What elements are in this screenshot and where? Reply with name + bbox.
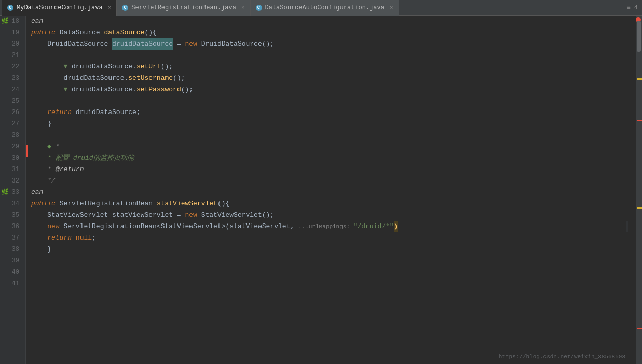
- code-line-23: druidDataSource.setUsername();: [31, 73, 636, 84]
- tab-label-3: DataSourceAutoConfiguration.java: [265, 4, 385, 11]
- tab-mydatasource[interactable]: C MyDataSourceConfig.java ×: [2, 0, 117, 16]
- line-num-32: 32: [0, 175, 22, 187]
- code-line-26: return druidDataSource;: [31, 107, 636, 118]
- code-line-38: }: [31, 244, 636, 255]
- tab-bar-right: ≡ 4: [626, 4, 642, 11]
- line-num-35: 35: [0, 209, 22, 221]
- code-line-31: * @return: [31, 164, 636, 175]
- line-num-20: 20: [0, 38, 22, 50]
- line-num-26: 26: [0, 107, 22, 118]
- tab-list: C MyDataSourceConfig.java × C ServletReg…: [2, 0, 626, 16]
- code-area: ean public DataSource dataSource(){ Drui…: [26, 16, 636, 364]
- code-line-39: [31, 255, 636, 267]
- code-line-22: ▼ druidDataSource.setUrl();: [31, 61, 636, 73]
- tab-label-1: MyDataSourceConfig.java: [17, 4, 103, 11]
- line-num-21: 21: [0, 50, 22, 61]
- tab-datasource-auto[interactable]: C DataSourceAutoConfiguration.java ×: [251, 0, 399, 16]
- scroll-thumb[interactable]: [637, 21, 641, 52]
- close-tab-3[interactable]: ×: [390, 5, 393, 11]
- code-line-30: * 配置 druid的监控页功能: [31, 152, 636, 164]
- line-numbers: 18 🌿 19 20 21 22 23 24 25 26 27 28 29 30…: [0, 16, 26, 364]
- close-tab-1[interactable]: ×: [108, 5, 112, 11]
- code-line-35: StatViewServlet statViewServlet = new St…: [31, 209, 636, 221]
- close-tab-2[interactable]: ×: [241, 5, 245, 11]
- scroll-marker-error-2: [637, 328, 642, 329]
- tab-servlet[interactable]: C ServletRegistrationBean.java ×: [117, 0, 250, 16]
- scroll-marker-yellow-1: [637, 78, 642, 80]
- tab-icon-1: C: [7, 5, 13, 11]
- tab-icon-3: C: [256, 5, 262, 11]
- line-num-30: 30: [0, 152, 22, 164]
- line-num-40: 40: [0, 267, 22, 278]
- code-line-25: [31, 95, 636, 107]
- code-line-33: ean: [31, 187, 636, 198]
- line-num-29: 29: [0, 141, 22, 152]
- scrollbar[interactable]: [636, 16, 642, 364]
- line-num-36: 36: [0, 221, 22, 232]
- scroll-marker-yellow-2: [637, 207, 642, 209]
- line-num-31: 31: [0, 164, 22, 175]
- code-line-34: public ServletRegistrationBean statViewS…: [31, 198, 636, 209]
- right-edge-clip: [626, 221, 628, 232]
- code-line-40: [31, 267, 636, 278]
- code-line-21: [31, 50, 636, 61]
- code-line-41: [31, 278, 636, 289]
- code-lines: ean public DataSource dataSource(){ Drui…: [26, 16, 636, 289]
- code-line-19: public DataSource dataSource(){: [31, 27, 636, 38]
- code-line-36: new ServletRegistrationBean<StatViewServ…: [31, 221, 636, 232]
- line-num-34: 34: [0, 198, 22, 209]
- code-line-20: DruidDataSource druidDataSource = new Dr…: [31, 38, 636, 50]
- line-num-23: 23: [0, 73, 22, 84]
- code-line-27: }: [31, 118, 636, 130]
- tab-label-2: ServletRegistrationBean.java: [131, 4, 236, 11]
- code-line-32: */: [31, 175, 636, 187]
- code-line-18: ean: [31, 16, 636, 27]
- scroll-marker-error-1: [637, 120, 642, 121]
- tab-bar: C MyDataSourceConfig.java × C ServletReg…: [0, 0, 642, 16]
- editor: 18 🌿 19 20 21 22 23 24 25 26 27 28 29 30…: [0, 16, 642, 364]
- line-num-24: 24: [0, 84, 22, 95]
- code-line-29: ◆ *: [31, 141, 636, 152]
- line-num-19: 19: [0, 27, 22, 38]
- bean-indicator-18: 🌿: [1, 16, 9, 27]
- line-num-38: 38: [0, 244, 22, 255]
- code-line-37: return null;: [31, 232, 636, 244]
- line-num-27: 27: [0, 118, 22, 130]
- line-num-28: 28: [0, 130, 22, 141]
- line-num-33: 33 🌿: [0, 187, 22, 198]
- url-tooltip: https://blog.csdn.net/weixin_38568508: [499, 354, 625, 360]
- toolbar-right: ≡ 4: [626, 4, 638, 11]
- bean-indicator-33: 🌿: [1, 187, 9, 198]
- line-num-18: 18 🌿: [0, 16, 22, 27]
- tab-icon-2: C: [122, 5, 128, 11]
- code-line-28: [31, 130, 636, 141]
- line-num-37: 37: [0, 232, 22, 244]
- line-num-22: 22: [0, 61, 22, 73]
- code-line-24: ▼ druidDataSource.setPassword();: [31, 84, 636, 95]
- line-num-39: 39: [0, 255, 22, 267]
- line-num-25: 25: [0, 95, 22, 107]
- line-num-41: 41: [0, 278, 22, 289]
